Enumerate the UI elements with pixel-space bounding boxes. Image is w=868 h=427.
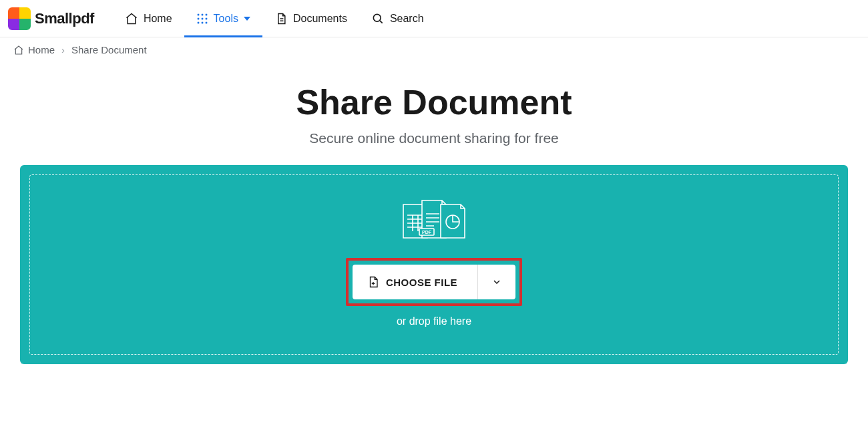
nav-search[interactable]: Search [359,0,436,37]
logo-icon [8,7,31,30]
svg-point-4 [201,17,203,19]
svg-point-0 [197,13,199,15]
annotation-highlight: CHOOSE FILE [346,258,522,306]
nav-tools-label: Tools [214,13,238,25]
brand-name: Smallpdf [35,10,94,27]
breadcrumb-home[interactable]: Home [13,44,55,55]
nav-documents[interactable]: Documents [262,0,359,37]
svg-point-3 [197,17,199,19]
top-nav: Smallpdf Home Tools [0,0,868,37]
dropzone-inner: PDF CHOOSE FILE [29,174,839,355]
dropzone[interactable]: PDF CHOOSE FILE [20,165,848,364]
svg-point-7 [201,21,203,23]
svg-point-1 [201,13,203,15]
nav-tools[interactable]: Tools [184,0,262,37]
home-icon [13,45,24,55]
svg-point-8 [205,21,207,23]
svg-point-2 [205,13,207,15]
drop-hint: or drop file here [397,315,471,327]
nav-documents-label: Documents [293,13,347,25]
nav-home[interactable]: Home [113,0,184,37]
caret-down-icon [244,17,250,21]
home-icon [125,12,138,25]
breadcrumb-separator: › [61,44,65,55]
nav-search-label: Search [390,13,424,25]
choose-file-button[interactable]: CHOOSE FILE [353,265,477,299]
nav-home-label: Home [144,13,172,25]
page-title: Share Document [13,82,855,122]
main-content: Share Document Secure online document sh… [0,62,868,391]
breadcrumb-current: Share Document [71,44,147,55]
svg-text:PDF: PDF [422,230,432,235]
main-nav: Home Tools Documents [113,0,436,37]
documents-icon [274,12,288,25]
search-icon [371,12,385,25]
svg-point-6 [197,21,199,23]
choose-file-group: CHOOSE FILE [353,265,515,299]
grid-icon [196,13,208,25]
choose-file-label: CHOOSE FILE [386,277,457,288]
file-plus-icon [367,275,379,289]
choose-file-dropdown[interactable] [478,265,515,299]
breadcrumb-home-label: Home [28,44,55,55]
chevron-down-icon [491,277,502,287]
page-subtitle: Secure online document sharing for free [13,130,855,146]
svg-point-9 [373,14,381,21]
brand-logo[interactable]: Smallpdf [8,7,94,30]
files-illustration-icon: PDF [399,199,469,246]
breadcrumb: Home › Share Document [0,37,868,62]
svg-point-5 [205,17,207,19]
